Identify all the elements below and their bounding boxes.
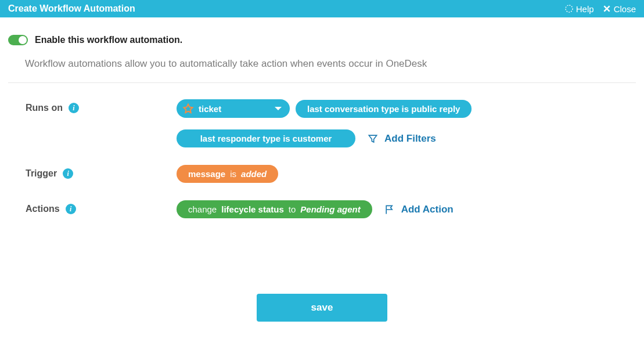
- enable-toggle-label: Enable this workflow automation.: [35, 35, 182, 45]
- dialog-body: Enable this workflow automation. Workflo…: [0, 17, 644, 333]
- actions-body: change lifecycle status to Pending agent…: [177, 200, 636, 218]
- actions-label-area: Actions i: [8, 200, 177, 214]
- add-action-button[interactable]: Add Action: [384, 204, 454, 215]
- filter-pill-text: last conversation type is public reply: [307, 104, 460, 114]
- trigger-state: added: [241, 169, 267, 179]
- add-filters-button[interactable]: Add Filters: [367, 133, 436, 145]
- filter-icon: [367, 133, 379, 145]
- filter-pill-conversation-type[interactable]: last conversation type is public reply: [296, 100, 472, 118]
- filter-pill-text: last responder type is customer: [200, 134, 332, 143]
- action-pill[interactable]: change lifecycle status to Pending agent: [177, 200, 372, 218]
- help-icon: [564, 4, 574, 13]
- runs-on-row: Runs on i ticket last conversation type …: [8, 99, 636, 147]
- actions-row: Actions i change lifecycle status to Pen…: [8, 200, 636, 218]
- close-button[interactable]: Close: [602, 4, 636, 14]
- ticket-icon: [182, 103, 194, 114]
- type-dropdown-value: ticket: [199, 104, 221, 114]
- help-button[interactable]: Help: [564, 4, 594, 14]
- trigger-verb: is: [230, 169, 236, 179]
- header-actions: Help Close: [564, 4, 636, 14]
- runs-on-label: Runs on: [26, 103, 63, 113]
- trigger-body: message is added: [177, 165, 636, 183]
- runs-on-label-area: Runs on i: [8, 99, 177, 113]
- trigger-subject: message: [188, 169, 225, 179]
- close-icon: [602, 4, 611, 13]
- type-dropdown[interactable]: ticket: [177, 99, 290, 118]
- enable-toggle[interactable]: [8, 35, 28, 45]
- action-value: Pending agent: [300, 204, 360, 214]
- info-icon[interactable]: i: [66, 204, 76, 214]
- divider: [8, 82, 636, 83]
- info-icon[interactable]: i: [69, 103, 79, 113]
- flag-icon: [384, 204, 395, 215]
- trigger-label: Trigger: [26, 168, 57, 179]
- help-label: Help: [576, 4, 594, 14]
- trigger-row: Trigger i message is added: [8, 165, 636, 183]
- trigger-pill[interactable]: message is added: [177, 165, 278, 183]
- dialog-header: Create Workflow Automation Help Close: [0, 0, 644, 17]
- action-verb: change: [188, 204, 217, 214]
- add-action-label: Add Action: [401, 204, 454, 215]
- close-label: Close: [614, 4, 636, 14]
- add-filters-label: Add Filters: [384, 133, 436, 145]
- save-button[interactable]: save: [257, 294, 387, 322]
- filter-pill-responder-type[interactable]: last responder type is customer: [177, 129, 355, 147]
- chevron-down-icon: [275, 107, 282, 110]
- actions-label: Actions: [26, 204, 60, 214]
- action-prep: to: [289, 204, 296, 214]
- info-icon[interactable]: i: [63, 168, 73, 179]
- svg-point-0: [566, 5, 573, 12]
- runs-on-body: ticket last conversation type is public …: [177, 99, 636, 147]
- action-field: lifecycle status: [221, 204, 284, 214]
- save-area: save: [8, 294, 636, 322]
- description-text: Workflow automations allow you to automa…: [25, 58, 636, 70]
- dialog-title: Create Workflow Automation: [8, 3, 135, 14]
- enable-toggle-row: Enable this workflow automation.: [8, 35, 636, 45]
- trigger-label-area: Trigger i: [8, 165, 177, 179]
